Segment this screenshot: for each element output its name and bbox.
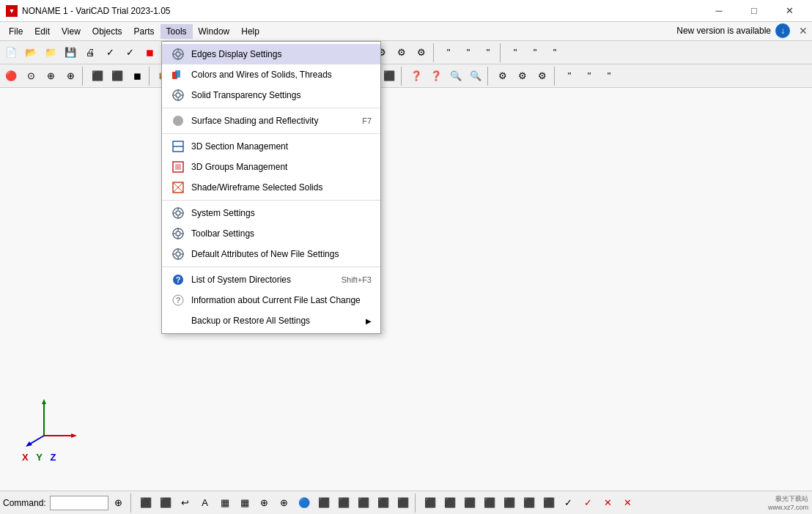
menu-item-backup-restore[interactable]: Backup or Restore All Settings▶: [162, 310, 380, 331]
tb-btn-21[interactable]: ⚙: [412, 43, 431, 62]
tb2-btn-6[interactable]: ⬛: [108, 67, 127, 86]
save-button[interactable]: 💾: [61, 43, 80, 62]
btm-btn-17[interactable]: ⬛: [460, 493, 479, 513]
command-label: Command:: [3, 498, 46, 508]
btm-btn-18[interactable]: ⬛: [480, 493, 499, 513]
tb-btn-6[interactable]: ✓: [100, 43, 119, 62]
btm-btn-7[interactable]: ⊕: [255, 493, 274, 513]
tb2-btn-3[interactable]: ⊕: [41, 67, 60, 86]
cmd-icon-button[interactable]: ⊕: [109, 493, 128, 513]
menu-item-shade-wireframe[interactable]: Shade/Wireframe Selected Solids: [162, 177, 380, 198]
tb-btn-5[interactable]: 🖨: [81, 43, 100, 62]
menu-item-3d-groups[interactable]: 3D Groups Management: [162, 157, 380, 177]
menu-objects[interactable]: Objects: [86, 24, 128, 39]
open-button[interactable]: 📂: [21, 43, 40, 62]
svg-text:?: ?: [176, 296, 181, 305]
separator-after-default-attrs: [162, 267, 380, 267]
svg-rect-24: [175, 164, 181, 170]
toolbar-row-2: 🔴 ⊙ ⊕ ⊕ ⬛ ⬛ ◼ 📦 📦 📦 ▦ ▦ ⬛ ⬛ 📐 ▦ ▦ ⬛ ⬛ ❓ …: [0, 64, 812, 88]
tb2-btn-7[interactable]: ◼: [128, 67, 147, 86]
tb2-btn-4[interactable]: ⊕: [61, 67, 80, 86]
menu-edit[interactable]: Edit: [29, 24, 56, 39]
menu-file[interactable]: File: [3, 24, 29, 39]
list-dirs-icon: ?: [171, 272, 185, 287]
tb2-btn-29[interactable]: ": [599, 67, 619, 86]
tb-btn-20[interactable]: ⚙: [392, 43, 411, 62]
btm-btn-6[interactable]: ▦: [235, 493, 254, 513]
new-file-button[interactable]: 📄: [1, 43, 21, 62]
menu-item-surface-shading[interactable]: Surface Shading and ReflectivityF7: [162, 111, 380, 131]
tb-btn-27[interactable]: ": [545, 43, 564, 62]
command-input[interactable]: [50, 496, 108, 510]
menu-tools[interactable]: Tools: [160, 24, 193, 39]
btm-btn-12[interactable]: ⬛: [354, 493, 373, 513]
btm-btn-24[interactable]: ✕: [599, 493, 618, 513]
menu-help[interactable]: Help: [235, 24, 265, 39]
btm-btn-20[interactable]: ⬛: [520, 493, 539, 513]
btm-btn-5[interactable]: ▦: [215, 493, 235, 513]
tb-btn-24[interactable]: ": [479, 43, 498, 62]
menu-item-toolbar-settings[interactable]: Toolbar Settings: [162, 223, 380, 244]
menu-window[interactable]: Window: [193, 24, 236, 39]
btm-btn-9[interactable]: 🔵: [295, 493, 314, 513]
svg-point-35: [176, 231, 180, 236]
btm-btn-3[interactable]: ↩: [176, 493, 195, 513]
btm-btn-11[interactable]: ⬛: [334, 493, 353, 513]
btm-btn-14[interactable]: ⬛: [394, 493, 413, 513]
btm-btn-8[interactable]: ⊕: [275, 493, 294, 513]
btm-btn-19[interactable]: ⬛: [500, 493, 519, 513]
menu-view[interactable]: View: [56, 24, 86, 39]
tb-btn-3[interactable]: 📁: [41, 43, 60, 62]
btm-btn-16[interactable]: ⬛: [440, 493, 459, 513]
menu-item-edges-display[interactable]: Edges Display Settings: [162, 44, 380, 64]
tb-btn-23[interactable]: ": [459, 43, 478, 62]
menu-item-system-settings[interactable]: System Settings: [162, 203, 380, 223]
btm-btn-13[interactable]: ⬛: [374, 493, 393, 513]
minimize-button[interactable]: ─: [702, 0, 736, 22]
tb2-btn-24[interactable]: ⚙: [493, 67, 512, 86]
window-controls: ─ □ ✕: [702, 0, 806, 22]
tb2-btn-1[interactable]: 🔴: [1, 67, 21, 86]
tb-btn-22[interactable]: ": [439, 43, 458, 62]
close-button[interactable]: ✕: [772, 0, 806, 22]
menu-item-solid-transparency[interactable]: Solid Transparency Settings: [162, 85, 380, 105]
btm-btn-4[interactable]: A: [196, 493, 215, 513]
tb2-btn-23[interactable]: 🔍: [466, 67, 485, 86]
menu-item-info-change[interactable]: ?Information about Current File Last Cha…: [162, 290, 380, 310]
menu-item-colors-wires[interactable]: Colors and Wires of Solids, Threads: [162, 64, 380, 85]
btm-btn-10[interactable]: ⬛: [314, 493, 333, 513]
btm-btn-22[interactable]: ✓: [559, 493, 578, 513]
btm-btn-2[interactable]: ⬛: [156, 493, 175, 513]
title-bar: ▼ NONAME 1 - VariCAD Trial 2023-1.05 ─ □…: [0, 0, 812, 22]
menu-parts[interactable]: Parts: [128, 24, 160, 39]
tb2-btn-22[interactable]: 🔍: [446, 67, 465, 86]
system-settings-icon: [171, 206, 185, 220]
notification-close[interactable]: ✕: [799, 25, 808, 37]
tb2-btn-21[interactable]: ❓: [427, 67, 446, 86]
btm-btn-25[interactable]: ✕: [619, 493, 638, 513]
maximize-button[interactable]: □: [737, 0, 771, 22]
btm-btn-23[interactable]: ✓: [579, 493, 598, 513]
svg-marker-1: [42, 399, 46, 404]
menu-item-list-dirs[interactable]: ?List of System DirectoriesShift+F3: [162, 269, 380, 290]
toolbar-separator-4: [500, 43, 503, 62]
btm-btn-15[interactable]: ⬛: [421, 493, 440, 513]
tb2-btn-19[interactable]: ⬛: [380, 67, 399, 86]
tb2-btn-5[interactable]: ⬛: [88, 67, 107, 86]
download-icon[interactable]: ↓: [775, 23, 790, 38]
tb-btn-25[interactable]: ": [506, 43, 525, 62]
tb2-btn-27[interactable]: ": [560, 67, 579, 86]
tb2-btn-20[interactable]: ❓: [407, 67, 426, 86]
colors-wires-label: Colors and Wires of Solids, Threads: [191, 70, 372, 80]
tb-btn-8[interactable]: ◼: [140, 43, 159, 62]
tb2-btn-26[interactable]: ⚙: [533, 67, 552, 86]
btm-btn-1[interactable]: ⬛: [136, 493, 155, 513]
btm-btn-21[interactable]: ⬛: [539, 493, 558, 513]
tb2-btn-28[interactable]: ": [580, 67, 599, 86]
tb-btn-7[interactable]: ✓: [120, 43, 139, 62]
tb2-btn-2[interactable]: ⊙: [21, 67, 40, 86]
menu-item-default-attrs[interactable]: Default Attributes of New File Settings: [162, 244, 380, 264]
tb2-btn-25[interactable]: ⚙: [513, 67, 532, 86]
tb-btn-26[interactable]: ": [525, 43, 545, 62]
menu-item-3d-section[interactable]: 3D Section Management: [162, 136, 380, 157]
